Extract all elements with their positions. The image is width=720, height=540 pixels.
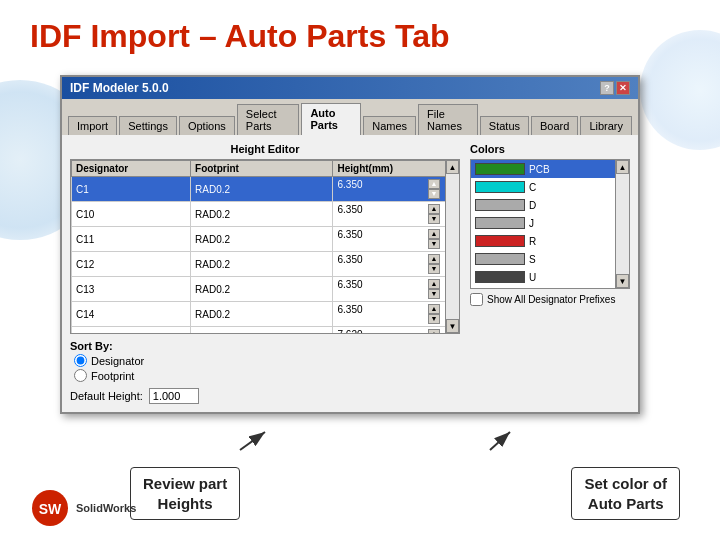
colors-scrollbar[interactable]: ▲ ▼ xyxy=(615,160,629,288)
sort-radio-designator[interactable] xyxy=(74,354,87,367)
show-all-label: Show All Designator Prefixes xyxy=(487,294,615,305)
color-swatch xyxy=(475,217,525,229)
tab-file-names[interactable]: File Names xyxy=(418,104,478,135)
table-row[interactable]: C11RAD0.26.350▲▼ xyxy=(72,227,459,252)
sort-radio-footprint[interactable] xyxy=(74,369,87,382)
cell-designator: C10 xyxy=(72,202,191,227)
cell-designator: C15 xyxy=(72,327,191,335)
colors-title: Colors xyxy=(470,143,630,155)
spin-down-button[interactable]: ▼ xyxy=(428,189,440,199)
svg-line-1 xyxy=(240,432,265,450)
solidworks-text: SolidWorks xyxy=(76,502,136,514)
dialog-body: Height Editor DesignatorFootprintHeight(… xyxy=(62,135,638,412)
color-swatch xyxy=(475,253,525,265)
color-swatch xyxy=(475,235,525,247)
default-height-label: Default Height: xyxy=(70,390,143,402)
default-height-input[interactable] xyxy=(149,388,199,404)
spin-down-button[interactable]: ▼ xyxy=(428,264,440,274)
tab-select-parts[interactable]: Select Parts xyxy=(237,104,300,135)
tabs-bar: ImportSettingsOptionsSelect PartsAuto Pa… xyxy=(62,99,638,135)
tab-options[interactable]: Options xyxy=(179,116,235,135)
col-header-designator: Designator xyxy=(72,161,191,177)
height-editor-title: Height Editor xyxy=(70,143,460,155)
bg-decoration-right xyxy=(640,30,720,150)
cell-footprint: TANT_2M_2M xyxy=(191,327,333,335)
colors-scroll-up[interactable]: ▲ xyxy=(616,160,629,174)
colors-list-container[interactable]: PCBCDJRSU ▲ ▼ xyxy=(470,159,630,289)
spin-down-button[interactable]: ▼ xyxy=(428,289,440,299)
spin-up-button[interactable]: ▲ xyxy=(428,279,440,289)
sort-radio-item: Designator xyxy=(74,354,460,367)
table-row[interactable]: C14RAD0.26.350▲▼ xyxy=(72,302,459,327)
cell-designator: C12 xyxy=(72,252,191,277)
left-panel: Height Editor DesignatorFootprintHeight(… xyxy=(70,143,460,404)
help-button[interactable]: ? xyxy=(600,81,614,95)
scroll-up-button[interactable]: ▲ xyxy=(446,160,459,174)
cell-footprint: RAD0.2 xyxy=(191,252,333,277)
table-row[interactable]: C13RAD0.26.350▲▼ xyxy=(72,277,459,302)
cell-footprint: RAD0.2 xyxy=(191,302,333,327)
col-header-footprint: Footprint xyxy=(191,161,333,177)
tab-status[interactable]: Status xyxy=(480,116,529,135)
tab-board[interactable]: Board xyxy=(531,116,578,135)
table-row[interactable]: C15TANT_2M_2M7.620▲▼ xyxy=(72,327,459,335)
color-list-item[interactable]: C xyxy=(471,178,629,196)
sort-section: Sort By: DesignatorFootprint xyxy=(70,340,460,382)
colors-scroll-down[interactable]: ▼ xyxy=(616,274,629,288)
callout-left: Review part Heights xyxy=(130,467,240,520)
tab-names[interactable]: Names xyxy=(363,116,416,135)
color-list-item[interactable]: J xyxy=(471,214,629,232)
color-name: J xyxy=(529,218,534,229)
scroll-down-button[interactable]: ▼ xyxy=(446,319,459,333)
cell-height: 6.350▲▼ xyxy=(333,202,459,227)
spin-down-button[interactable]: ▼ xyxy=(428,314,440,324)
color-swatch xyxy=(475,181,525,193)
cell-height: 6.350▲▼ xyxy=(333,302,459,327)
right-panel: Colors PCBCDJRSU ▲ ▼ Show All Designator… xyxy=(470,143,630,404)
tab-auto-parts[interactable]: Auto Parts xyxy=(301,103,361,135)
spin-up-button[interactable]: ▲ xyxy=(428,229,440,239)
dialog-title: IDF Modeler 5.0.0 xyxy=(70,81,169,95)
col-header-heightmm: Height(mm) xyxy=(333,161,459,177)
svg-text:SW: SW xyxy=(39,501,62,517)
spin-down-button[interactable]: ▼ xyxy=(428,239,440,249)
tab-settings[interactable]: Settings xyxy=(119,116,177,135)
cell-footprint: RAD0.2 xyxy=(191,202,333,227)
color-name: D xyxy=(529,200,536,211)
color-name: R xyxy=(529,236,536,247)
cell-designator: C1 xyxy=(72,177,191,202)
sort-radio-group: DesignatorFootprint xyxy=(74,354,460,382)
sort-radio-label: Designator xyxy=(91,355,144,367)
height-table-container[interactable]: DesignatorFootprintHeight(mm) C1RAD0.26.… xyxy=(70,159,460,334)
cell-height: 6.350▲▼ xyxy=(333,177,459,202)
sort-radio-label: Footprint xyxy=(91,370,134,382)
color-swatch xyxy=(475,199,525,211)
solidworks-icon: SW xyxy=(30,488,70,528)
color-list-item[interactable]: S xyxy=(471,250,629,268)
table-row[interactable]: C1RAD0.26.350▲▼ xyxy=(72,177,459,202)
color-list-item[interactable]: U xyxy=(471,268,629,286)
show-all-checkbox[interactable] xyxy=(470,293,483,306)
tab-library[interactable]: Library xyxy=(580,116,632,135)
close-button[interactable]: ✕ xyxy=(616,81,630,95)
spin-up-button[interactable]: ▲ xyxy=(428,179,440,189)
spin-up-button[interactable]: ▲ xyxy=(428,304,440,314)
spin-up-button[interactable]: ▲ xyxy=(428,204,440,214)
tab-import[interactable]: Import xyxy=(68,116,117,135)
table-row[interactable]: C12RAD0.26.350▲▼ xyxy=(72,252,459,277)
spin-down-button[interactable]: ▼ xyxy=(428,214,440,224)
spin-up-button[interactable]: ▲ xyxy=(428,254,440,264)
idf-modeler-dialog: IDF Modeler 5.0.0 ? ✕ ImportSettingsOpti… xyxy=(60,75,640,414)
height-scrollbar[interactable]: ▲ ▼ xyxy=(445,160,459,333)
show-all-row: Show All Designator Prefixes xyxy=(470,293,630,306)
cell-footprint: RAD0.2 xyxy=(191,227,333,252)
table-row[interactable]: C10RAD0.26.350▲▼ xyxy=(72,202,459,227)
color-list-item[interactable]: R xyxy=(471,232,629,250)
sort-radio-item: Footprint xyxy=(74,369,460,382)
solidworks-logo: SW SolidWorks xyxy=(30,488,136,528)
callout-left-line1: Review part xyxy=(143,475,227,492)
color-name: S xyxy=(529,254,536,265)
spin-up-button[interactable]: ▲ xyxy=(428,329,440,334)
color-list-item[interactable]: PCB xyxy=(471,160,629,178)
color-list-item[interactable]: D xyxy=(471,196,629,214)
